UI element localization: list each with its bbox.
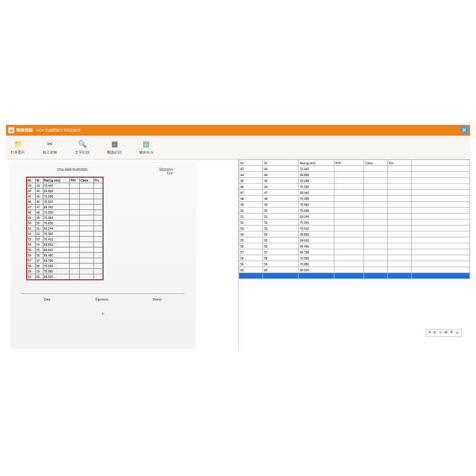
result-row[interactable]: 606069.500 [239,267,470,273]
result-row[interactable]: 545469.852 [239,231,470,237]
correct-table-button[interactable]: ✂ 校正表格 [43,139,57,155]
area-ocr-button[interactable]: ▦ 圈选识别 [107,139,121,155]
scan-row: 545469,852 [27,242,103,248]
tool-ime[interactable]: 中 [433,330,437,336]
scan-row: 505070,656 [27,221,103,226]
result-row[interactable]: 444469.868 [239,172,470,178]
result-row[interactable]: 484870.308 [239,196,470,202]
scan-row: 454570,268 [27,194,103,199]
tool-swap-icon[interactable]: ⇄ [444,330,447,336]
scan-row: 525270,500 [27,231,103,237]
scan-row: 474769,340 [27,205,103,210]
scan-row: 444469,868 [27,189,103,194]
footer-signature: Signature [95,298,108,301]
titlebar: B 博奥智能 OCR 扫描图像文字识别软件 ✕ [6,125,470,136]
tool-edit-icon[interactable]: ✎ [439,330,442,336]
col-rad: Rad [g mm] [299,160,334,166]
result-row[interactable]: 474769.340 [239,190,470,196]
export-xls-button[interactable]: ▤ 输出XLS [139,139,153,155]
col-nr: Nr. [27,178,36,183]
logo-icon: B [8,127,14,133]
scan-row: 555569,660 [27,248,103,253]
page-number: -1- [21,312,184,315]
col-pn: P/N [334,160,364,166]
footer-stamp: Stamp [154,298,162,301]
crop-icon: ✂ [45,139,55,149]
col-fix: Fix [388,160,412,166]
scan-row: 565669,480 [27,253,103,258]
result-row[interactable]: 585870.580 [239,255,470,261]
result-row[interactable]: 575769.796 [239,249,470,255]
ocr-text-button[interactable]: 🔍 文字识别 [75,139,89,155]
col-nr: Nr. [239,160,263,166]
col-rad: Rad [g mm] [43,178,70,183]
scan-row: 494970,484 [27,215,103,221]
footer-date: Date [44,298,51,301]
result-header-row: Nr. ID Rad [g mm] P/N Class Fix [239,160,470,166]
result-row[interactable]: 595970.880 [239,261,470,267]
tool-clear-icon[interactable]: ⊘ [456,330,459,336]
floating-edit-toolbar[interactable]: A 中 ✎ ⇄ 👁 ⊘ [425,329,462,337]
selected-row[interactable] [239,273,470,279]
scan-row: 585870,580 [27,264,103,269]
excel-icon: ▤ [142,139,151,149]
scan-table-selection[interactable]: Nr. ID Rad [g mm] P/N Class Fix 434370,4… [26,177,104,280]
scan-row: 434370,440 [27,183,103,189]
result-row[interactable]: 525270.500 [239,220,470,226]
result-row[interactable]: 464670.900 [239,184,470,190]
scanned-page[interactable]: 5716 WM9 RLWS0020 2022/3/14 11:2 Nr. ID … [11,163,195,347]
scan-header-row: Nr. ID Rad [g mm] P/N Class Fix [27,178,103,183]
brand-logo: B 博奥智能 [8,127,33,133]
result-row[interactable]: 434370.440 [239,166,470,172]
tool-eye-icon[interactable]: 👁 [450,330,453,336]
result-row[interactable]: 494970.484 [239,202,470,208]
result-row[interactable]: 505070.656 [239,208,470,214]
scan-time: 11:2 [167,171,173,175]
result-row[interactable]: 515169.244 [239,214,470,220]
open-image-button[interactable]: 📁 打开图片 [11,139,25,155]
scan-row: 606069,500 [27,274,103,280]
result-table[interactable]: Nr. ID Rad [g mm] P/N Class Fix 434370.4… [239,159,470,279]
scan-doc-id: 5716 WM9 RLWS0020 [57,168,87,175]
scan-header: 5716 WM9 RLWS0020 2022/3/14 11:2 [21,168,184,175]
scan-footer: Date Signature Stamp [21,293,184,301]
scan-preview-pane: 5716 WM9 RLWS0020 2022/3/14 11:2 Nr. ID … [6,159,238,351]
col-extra [412,160,470,166]
col-id: ID [36,178,43,183]
btn-label: 校正表格 [43,150,57,155]
folder-icon: 📁 [13,139,23,149]
brand-name: 博奥智能 [16,127,33,133]
result-row[interactable]: 555569.660 [239,237,470,243]
close-button[interactable]: ✕ [460,126,468,134]
col-pn: P/N [70,178,80,183]
magnifier-icon: 🔍 [77,139,87,149]
result-row[interactable]: 565669.480 [239,243,470,249]
result-row[interactable]: 535370.412 [239,226,470,231]
app-window: B 博奥智能 OCR 扫描图像文字识别软件 ✕ 📁 打开图片 ✂ 校正表格 🔍 … [6,125,470,351]
btn-label: 输出XLS [139,150,153,155]
scan-row: 595970,880 [27,269,103,274]
scan-row: 464670,900 [27,199,103,205]
scan-row: 535370,412 [27,237,103,242]
result-row[interactable]: 454570.268 [239,178,470,184]
col-id: ID [263,160,299,166]
scan-row: 484870,308 [27,210,103,215]
scan-row: 575769,796 [27,258,103,264]
col-class: Class [364,160,388,166]
tool-a[interactable]: A [428,330,431,336]
scan-row: 515169,244 [27,226,103,231]
btn-label: 文字识别 [75,150,89,155]
col-class: Class [80,178,94,183]
col-fix: Fix [93,178,102,183]
select-icon: ▦ [109,139,119,149]
scan-table: Nr. ID Rad [g mm] P/N Class Fix 434370,4… [27,177,103,280]
workspace: 5716 WM9 RLWS0020 2022/3/14 11:2 Nr. ID … [6,159,470,351]
app-title: OCR 扫描图像文字识别软件 [36,128,81,133]
btn-label: 打开图片 [11,150,25,155]
btn-label: 圈选识别 [107,150,121,155]
result-pane: Nr. ID Rad [g mm] P/N Class Fix 434370.4… [238,159,470,351]
toolbar: 📁 打开图片 ✂ 校正表格 🔍 文字识别 ▦ 圈选识别 ▤ 输出XLS [6,136,470,159]
